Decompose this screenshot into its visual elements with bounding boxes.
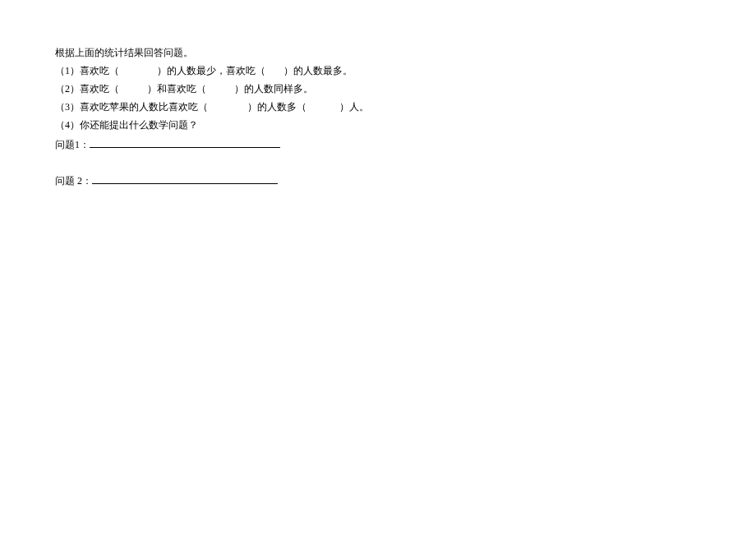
question-4: （4）你还能提出什么数学问题？ (55, 120, 756, 130)
q5-label: 问题1： (55, 139, 90, 150)
q5-blank[interactable] (90, 138, 280, 148)
intro-text: 根据上面的统计结果回答问题。 (55, 48, 756, 58)
question-6-line: 问题 2： (55, 174, 756, 186)
q1-part-b: ）的人数最少，喜欢吃（ (157, 65, 265, 76)
q3-part-a: （3）喜欢吃苹果的人数比喜欢吃（ (55, 101, 208, 113)
q3-part-c: ）人。 (339, 101, 369, 113)
question-2: （2）喜欢吃（）和喜欢吃（）的人数同样多。 (55, 84, 756, 94)
q1-part-c: ）的人数最多。 (284, 65, 353, 76)
q6-blank[interactable] (92, 174, 278, 184)
q2-part-c: ）的人数同样多。 (234, 83, 313, 95)
q6-label: 问题 2： (55, 175, 92, 187)
question-1: （1）喜欢吃（）的人数最少，喜欢吃（）的人数最多。 (55, 66, 756, 76)
q3-part-b: ）的人数多（ (247, 101, 307, 113)
q4-part-a: （4）你还能提出什么数学问题？ (55, 119, 198, 131)
q2-part-a: （2）喜欢吃（ (55, 83, 119, 95)
q2-part-b: ）和喜欢吃（ (147, 83, 206, 95)
question-3: （3）喜欢吃苹果的人数比喜欢吃（）的人数多（）人。 (55, 102, 756, 112)
q1-part-a: （1）喜欢吃（ (55, 65, 119, 76)
question-5-line: 问题1： (55, 138, 756, 150)
